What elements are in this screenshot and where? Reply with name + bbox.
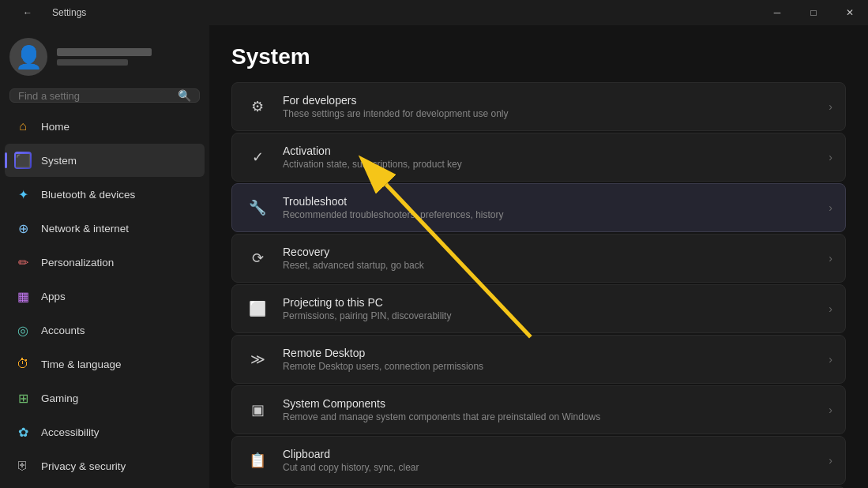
sidebar-label-privacy: Privacy & security: [41, 460, 126, 472]
sidebar-label-network: Network & internet: [41, 223, 129, 235]
clipboard-text: ClipboardCut and copy history, sync, cle…: [283, 448, 816, 473]
system-components-icon: ▣: [245, 397, 270, 422]
search-input[interactable]: [18, 90, 171, 102]
maximize-button[interactable]: □: [795, 0, 832, 25]
sidebar-item-home[interactable]: ⌂Home: [5, 110, 205, 143]
profile-area[interactable]: 👤: [0, 25, 209, 85]
gaming-icon: ⊞: [14, 389, 32, 407]
setting-row-recovery[interactable]: ⟳RecoveryReset, advanced startup, go bac…: [231, 234, 846, 283]
sidebar-label-system: System: [41, 155, 77, 167]
sidebar: 👤 🔍 ⌂Home⬛System✦Bluetooth & devices⊕Net…: [0, 25, 209, 488]
sidebar-item-gaming[interactable]: ⊞Gaming: [5, 381, 205, 415]
troubleshoot-icon: 🔧: [245, 195, 270, 220]
page-title: System: [231, 44, 846, 69]
nav-list: ⌂Home⬛System✦Bluetooth & devices⊕Network…: [0, 109, 209, 488]
developers-desc: These settings are intended for developm…: [283, 108, 816, 119]
sidebar-label-home: Home: [41, 121, 70, 133]
time-icon: ⏱: [14, 355, 32, 373]
remote-desktop-text: Remote DesktopRemote Desktop users, conn…: [283, 347, 816, 372]
sidebar-label-accounts: Accounts: [41, 325, 85, 336]
sidebar-item-privacy[interactable]: ⛨Privacy & security: [5, 449, 205, 482]
active-indicator: [5, 152, 7, 168]
minimize-button[interactable]: ─: [759, 0, 795, 25]
setting-row-troubleshoot[interactable]: 🔧TroubleshootRecommended troubleshooters…: [231, 183, 846, 232]
sidebar-label-apps: Apps: [41, 291, 66, 302]
search-icon: 🔍: [178, 89, 191, 102]
sidebar-label-personalization: Personalization: [41, 257, 114, 268]
minimize-icon: ─: [774, 7, 781, 18]
sidebar-label-gaming: Gaming: [41, 392, 78, 404]
system-components-text: System ComponentsRemove and manage syste…: [283, 397, 816, 422]
sidebar-item-apps[interactable]: ▦Apps: [5, 280, 205, 313]
system-components-title: System Components: [283, 397, 816, 410]
clipboard-title: Clipboard: [283, 448, 816, 460]
profile-info: [57, 48, 152, 66]
recovery-title: Recovery: [283, 246, 816, 258]
setting-row-developers[interactable]: ⚙For developersThese settings are intend…: [231, 82, 846, 131]
sidebar-item-system[interactable]: ⬛System: [5, 144, 205, 177]
clipboard-desc: Cut and copy history, sync, clear: [283, 462, 816, 473]
sidebar-label-accessibility: Accessibility: [41, 426, 100, 438]
sidebar-item-time[interactable]: ⏱Time & language: [5, 347, 205, 381]
setting-row-activation[interactable]: ✓ActivationActivation state, subscriptio…: [231, 133, 846, 182]
activation-desc: Activation state, subscriptions, product…: [283, 159, 816, 170]
projecting-chevron: ›: [829, 302, 832, 315]
system-icon: ⬛: [14, 152, 32, 169]
troubleshoot-title: Troubleshoot: [283, 195, 816, 208]
accessibility-icon: ✿: [14, 423, 32, 441]
setting-row-remote-desktop[interactable]: ≫Remote DesktopRemote Desktop users, con…: [231, 335, 846, 384]
setting-row-clipboard[interactable]: 📋ClipboardCut and copy history, sync, cl…: [231, 436, 846, 485]
titlebar-left: ← Settings: [9, 0, 86, 25]
recovery-icon: ⟳: [245, 246, 270, 271]
system-components-desc: Remove and manage system components that…: [283, 411, 816, 422]
system-components-chevron: ›: [829, 404, 832, 416]
sidebar-label-bluetooth: Bluetooth & devices: [41, 189, 135, 201]
titlebar: ← Settings ─ □ ✕: [0, 0, 868, 25]
sidebar-item-personalization[interactable]: ✏Personalization: [5, 246, 205, 279]
titlebar-controls: ─ □ ✕: [759, 0, 868, 25]
developers-title: For developers: [283, 94, 816, 107]
activation-title: Activation: [283, 145, 816, 157]
developers-chevron: ›: [829, 100, 832, 113]
clipboard-icon: 📋: [245, 448, 270, 473]
activation-chevron: ›: [829, 151, 832, 163]
back-button[interactable]: ←: [9, 0, 46, 25]
projecting-text: Projecting to this PCPermissions, pairin…: [283, 296, 816, 321]
remote-desktop-desc: Remote Desktop users, connection permiss…: [283, 361, 816, 372]
search-box[interactable]: 🔍: [9, 88, 200, 103]
developers-text: For developersThese settings are intende…: [283, 94, 816, 119]
projecting-desc: Permissions, pairing PIN, discoverabilit…: [283, 310, 816, 321]
bluetooth-icon: ✦: [14, 186, 32, 203]
setting-row-system-components[interactable]: ▣System ComponentsRemove and manage syst…: [231, 385, 846, 434]
recovery-text: RecoveryReset, advanced startup, go back: [283, 246, 816, 271]
profile-email-bar: [57, 59, 128, 66]
sidebar-item-network[interactable]: ⊕Network & internet: [5, 212, 205, 245]
close-icon: ✕: [846, 7, 854, 18]
sidebar-item-accounts[interactable]: ◎Accounts: [5, 313, 205, 347]
accounts-icon: ◎: [14, 321, 32, 339]
network-icon: ⊕: [14, 220, 32, 237]
home-icon: ⌂: [14, 118, 32, 135]
profile-name-bar: [57, 48, 152, 56]
setting-row-projecting[interactable]: ⬜Projecting to this PCPermissions, pairi…: [231, 284, 846, 333]
app-body: 👤 🔍 ⌂Home⬛System✦Bluetooth & devices⊕Net…: [0, 25, 868, 488]
troubleshoot-text: TroubleshootRecommended troubleshooters,…: [283, 195, 816, 220]
remote-desktop-icon: ≫: [245, 347, 270, 372]
close-button[interactable]: ✕: [832, 0, 868, 25]
projecting-title: Projecting to this PC: [283, 296, 816, 309]
privacy-icon: ⛨: [14, 457, 32, 475]
maximize-icon: □: [810, 7, 816, 18]
avatar: 👤: [9, 38, 47, 76]
remote-desktop-chevron: ›: [829, 353, 832, 366]
developers-icon: ⚙: [245, 94, 270, 119]
troubleshoot-desc: Recommended troubleshooters, preferences…: [283, 209, 816, 220]
settings-list: ⚙For developersThese settings are intend…: [231, 82, 846, 488]
titlebar-title: Settings: [52, 7, 86, 18]
recovery-chevron: ›: [829, 252, 832, 265]
activation-icon: ✓: [245, 145, 270, 170]
sidebar-item-update[interactable]: ↻Windows Update: [5, 483, 205, 488]
recovery-desc: Reset, advanced startup, go back: [283, 260, 816, 271]
sidebar-item-bluetooth[interactable]: ✦Bluetooth & devices: [5, 178, 205, 211]
activation-text: ActivationActivation state, subscription…: [283, 145, 816, 170]
sidebar-item-accessibility[interactable]: ✿Accessibility: [5, 415, 205, 449]
